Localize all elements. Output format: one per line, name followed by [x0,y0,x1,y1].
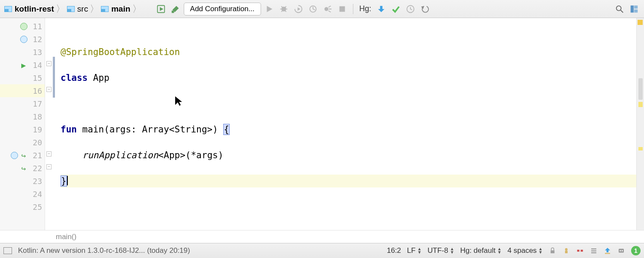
folder-icon [4,6,12,12]
editor-overview-ruler[interactable] [636,18,644,230]
editor-container: 11 12 13 ▶14 15 16 17 18 19 20 ↪21 ↪22 2… [0,18,644,243]
svg-rect-16 [631,5,634,12]
svg-point-14 [617,6,621,10]
line-number: 17 [29,99,42,108]
svg-marker-13 [421,6,424,9]
breadcrumb-src[interactable]: src [66,4,89,14]
breadcrumb-project[interactable]: kotlin-rest [3,4,55,14]
svg-marker-1 [160,7,163,11]
encoding-selector[interactable]: UTF-8▲▼ [428,246,454,255]
line-number: 16 [29,86,42,95]
svg-point-30 [622,250,623,252]
svg-rect-19 [551,250,555,253]
tasks-icon[interactable] [617,247,625,255]
vcs-label: Hg: [358,4,373,13]
svg-rect-25 [591,250,596,251]
search-everywhere-button[interactable] [613,3,626,15]
svg-marker-3 [267,6,272,12]
fold-toggle-icon[interactable]: − [46,87,52,92]
svg-rect-11 [339,6,345,12]
indent-selector[interactable]: 4 spaces▲▼ [507,246,543,255]
vcs-update-button[interactable] [375,3,388,15]
editor-code-area[interactable]: @SpringBootApplication class App fun mai… [53,18,636,230]
scrollbar-thumb[interactable] [638,78,643,100]
breadcrumb-main-label: main [111,4,130,14]
folder-icon [67,6,75,12]
svg-rect-24 [591,249,596,249]
line-number: 18 [29,112,42,121]
svg-rect-27 [605,253,610,254]
caret-position[interactable]: 16:2 [387,246,401,255]
memory-indicator-icon[interactable] [576,247,584,255]
svg-rect-22 [577,250,579,252]
fold-column[interactable]: − − − − [45,18,53,230]
line-number: 20 [29,138,42,147]
code-editor[interactable]: 11 12 13 ▶14 15 16 17 18 19 20 ↪21 ↪22 2… [0,18,644,230]
vcs-history-button[interactable] [404,3,417,15]
fold-toggle-icon[interactable]: − [46,61,52,66]
svg-rect-23 [581,250,583,252]
spring-bean-icon[interactable] [11,152,18,159]
line-number: 14 [29,61,42,70]
tool-windows-button[interactable] [3,247,12,254]
breadcrumb-project-label: kotlin-rest [15,4,54,14]
editor-gutter[interactable]: 11 12 13 ▶14 15 16 17 18 19 20 ↪21 ↪22 2… [0,18,45,230]
warning-marker[interactable] [638,102,643,107]
line-number: 23 [29,177,42,186]
inspection-status-icon[interactable] [638,20,643,25]
breadcrumb-src-label: src [77,4,88,14]
warning-marker[interactable] [638,147,643,150]
vcs-branch-selector[interactable]: Hg: default▲▼ [460,246,501,255]
vcs-commit-button[interactable] [389,3,402,15]
attach-debugger-button[interactable] [321,3,334,15]
build-button[interactable] [169,3,182,15]
spring-bean-icon[interactable] [20,23,27,30]
navigate-icon[interactable]: ↪ [20,151,27,159]
line-number: 21 [29,151,42,160]
line-number: 19 [29,125,42,134]
debug-button[interactable] [277,3,290,15]
line-number: 25 [29,203,42,212]
svg-point-29 [620,250,621,252]
spring-bean-icon[interactable] [20,36,27,43]
folder-icon [101,6,109,12]
upload-indicator-icon[interactable] [604,247,611,255]
svg-rect-26 [591,252,596,253]
vcs-change-marker[interactable] [53,57,55,98]
line-number: 13 [29,48,42,57]
breadcrumb-main[interactable]: main [100,4,131,14]
run-configuration-label: Add Configuration... [190,5,255,13]
fold-toggle-icon[interactable]: − [46,164,52,169]
svg-rect-2 [171,10,174,12]
svg-point-20 [565,248,568,251]
status-bar: Kotlin: A new version 1.3.0-rc-168-IJ2..… [0,243,644,258]
notifications-badge[interactable]: 1 [631,246,641,255]
breadcrumb-separator-icon: 〉 [131,3,143,15]
editor-breadcrumb-bar[interactable]: main() [0,230,644,243]
breadcrumb: kotlin-rest 〉 src 〉 main 〉 [3,3,143,15]
svg-rect-28 [619,249,624,253]
navigate-icon[interactable]: ↪ [20,164,27,172]
breadcrumb-separator-icon: 〉 [55,3,66,15]
stop-button[interactable] [336,3,349,15]
hector-icon[interactable] [562,247,570,255]
coverage-button[interactable] [292,3,305,15]
line-number: 12 [29,35,42,44]
floating-toolbar-icon[interactable] [590,247,598,255]
svg-rect-17 [634,5,638,8]
vcs-revert-button[interactable] [419,3,431,15]
svg-rect-18 [634,9,638,12]
run-dashboard-button[interactable] [155,3,167,15]
status-message[interactable]: Kotlin: A new version 1.3.0-rc-168-IJ2..… [18,246,190,255]
line-number: 24 [29,190,42,199]
run-configuration-selector[interactable]: Add Configuration... [184,3,261,15]
profile-button[interactable] [307,3,319,15]
line-separator-selector[interactable]: LF▲▼ [407,246,422,255]
run-button[interactable] [263,3,276,15]
fold-toggle-icon[interactable]: − [46,151,52,157]
run-gutter-icon[interactable]: ▶ [20,61,27,69]
readonly-lock-icon[interactable] [549,247,556,255]
editor-breadcrumb-item[interactable]: main() [56,233,76,241]
project-structure-button[interactable] [628,3,641,15]
breadcrumb-separator-icon: 〉 [89,3,100,15]
